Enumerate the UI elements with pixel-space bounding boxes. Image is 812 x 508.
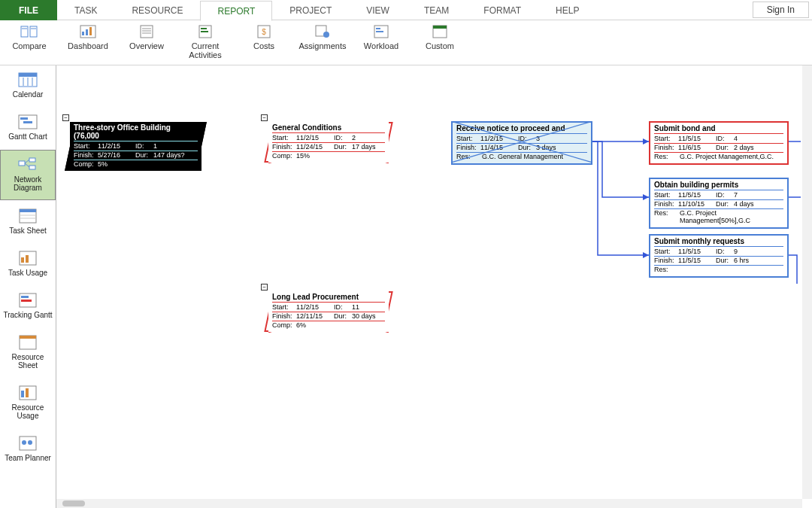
menu-team[interactable]: TEAM (407, 0, 466, 20)
view-resource-usage[interactable]: Resource Usage (0, 379, 56, 427)
resusage-icon (17, 385, 38, 401)
menu-report[interactable]: REPORT (200, 1, 272, 21)
activities-icon (196, 23, 214, 40)
view-label: Calendar (13, 90, 44, 99)
svg-marker-56 (643, 194, 649, 200)
network-diagram-canvas[interactable]: − Three-story Office Building (76,000 St… (56, 65, 812, 508)
ribbon-label: Custom (426, 41, 454, 50)
svg-marker-55 (643, 138, 649, 144)
menu-help[interactable]: HELP (538, 0, 596, 20)
collapse-toggle[interactable]: − (261, 114, 268, 121)
costs-icon: $ (255, 23, 273, 40)
task-title: Long Lead Procurement (272, 293, 385, 303)
task-node-2[interactable]: − General Conditions Start:11/2/15ID:2 F… (268, 122, 389, 163)
task-node-1[interactable]: − Three-story Office Building (76,000 St… (70, 122, 201, 171)
ribbon-workload[interactable]: Workload (352, 23, 411, 62)
task-node-7[interactable]: Obtain building permits Start:11/5/15ID:… (649, 178, 789, 229)
task-node-3[interactable]: Receive notice to proceed and Start:11/2… (451, 121, 592, 165)
svg-line-35 (25, 160, 29, 163)
svg-rect-23 (433, 26, 447, 29)
scroll-thumb[interactable] (62, 500, 85, 506)
task-node-4[interactable]: Submit bond and Start:11/5/15ID:4 Finish… (649, 121, 789, 165)
svg-rect-25 (19, 73, 37, 77)
vertical-scrollbar[interactable] (802, 65, 812, 499)
svg-rect-46 (21, 300, 32, 302)
view-network-diagram[interactable]: Network Diagram (0, 150, 56, 200)
ribbon-overview[interactable]: Overview (117, 23, 176, 62)
svg-rect-30 (20, 117, 28, 120)
svg-rect-50 (21, 391, 24, 397)
view-tracking-gantt[interactable]: Tracking Gantt (0, 286, 56, 327)
svg-point-54 (28, 440, 32, 445)
menu-bar: FILE TASK RESOURCE REPORT PROJECT VIEW T… (0, 0, 812, 20)
menu-resource[interactable]: RESOURCE (114, 0, 200, 20)
task-title: Obtain building permits (654, 181, 783, 190)
task-title: Submit bond and (654, 124, 783, 134)
view-task-usage[interactable]: Task Usage (0, 244, 56, 284)
svg-rect-32 (19, 161, 25, 166)
svg-rect-38 (20, 209, 36, 212)
ribbon-label: Overview (129, 41, 164, 50)
menu-view[interactable]: VIEW (349, 0, 407, 20)
task-title: Three-story Office Building (76,000 (74, 123, 198, 141)
view-team-planner[interactable]: Team Planner (0, 429, 56, 470)
horizontal-scrollbar[interactable] (56, 499, 802, 508)
menu-task[interactable]: TASK (57, 0, 114, 20)
view-calendar[interactable]: Calendar (0, 65, 56, 106)
view-label: Network Diagram (2, 175, 53, 192)
signin-button[interactable]: Sign In (753, 2, 809, 18)
svg-rect-45 (21, 296, 29, 298)
teamplanner-icon (17, 435, 38, 452)
view-label: Tracking Gantt (3, 311, 52, 319)
view-resource-sheet[interactable]: Resource Sheet (0, 328, 56, 377)
ribbon-current-activities[interactable]: Current Activities (176, 23, 235, 62)
collapse-toggle[interactable]: − (261, 284, 268, 291)
ribbon-assignments[interactable]: Assignments (293, 23, 352, 62)
task-node-9[interactable]: Submit monthly requests Start:11/5/15ID:… (649, 234, 789, 278)
ressheet-icon (17, 334, 38, 351)
taskusage-icon (17, 250, 38, 266)
svg-rect-33 (29, 158, 35, 162)
calendar-icon (17, 71, 38, 88)
svg-rect-20 (376, 28, 380, 29)
view-label: Task Sheet (9, 227, 46, 235)
view-label: Gantt Chart (8, 132, 47, 141)
view-gantt[interactable]: Gantt Chart (0, 108, 56, 148)
dashboard-icon (79, 23, 97, 40)
task-title: Receive notice to proceed and (456, 124, 587, 134)
compare-icon (20, 23, 38, 40)
ribbon-label: Costs (253, 41, 274, 50)
view-sidebar: Calendar Gantt Chart Network Diagram Tas… (0, 65, 56, 508)
ribbon-costs[interactable]: $ Costs (235, 23, 293, 62)
view-label: Resource Usage (2, 403, 54, 420)
svg-rect-6 (86, 29, 88, 35)
ribbon-dashboard[interactable]: Dashboard (59, 23, 117, 62)
menu-file[interactable]: FILE (0, 0, 57, 20)
svg-rect-42 (21, 257, 24, 263)
svg-rect-8 (141, 26, 153, 38)
ribbon-label: Workload (364, 41, 398, 50)
menu-project[interactable]: PROJECT (272, 0, 349, 20)
ribbon-label: Assignments (299, 41, 347, 50)
collapse-toggle[interactable]: − (62, 114, 69, 121)
task-title: Submit monthly requests (654, 237, 783, 247)
ribbon-label: Compare (12, 41, 46, 50)
task-node-11[interactable]: − Long Lead Procurement Start:11/2/15ID:… (268, 291, 389, 332)
network-icon (17, 157, 38, 173)
menu-format[interactable]: FORMAT (466, 0, 538, 20)
svg-rect-0 (21, 26, 28, 37)
workload-icon (372, 23, 390, 40)
view-label: Task Usage (8, 269, 47, 277)
ribbon: Compare Dashboard Overview Current Activ… (0, 20, 812, 65)
ribbon-label: Dashboard (68, 41, 108, 50)
svg-point-53 (22, 440, 26, 445)
ribbon-custom[interactable]: Custom (411, 23, 469, 62)
svg-line-36 (25, 163, 29, 167)
svg-rect-51 (26, 388, 29, 397)
svg-rect-1 (30, 26, 37, 37)
svg-text:$: $ (262, 28, 266, 36)
gantt-icon (17, 114, 38, 130)
ribbon-compare[interactable]: Compare (0, 23, 59, 62)
view-label: Team Planner (5, 454, 51, 462)
view-task-sheet[interactable]: Task Sheet (0, 202, 56, 242)
